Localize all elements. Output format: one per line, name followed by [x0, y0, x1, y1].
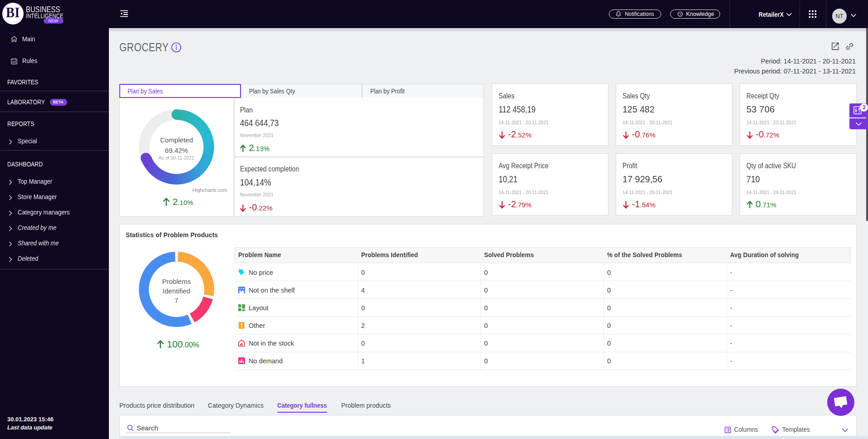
- svg-text:?: ?: [679, 12, 681, 16]
